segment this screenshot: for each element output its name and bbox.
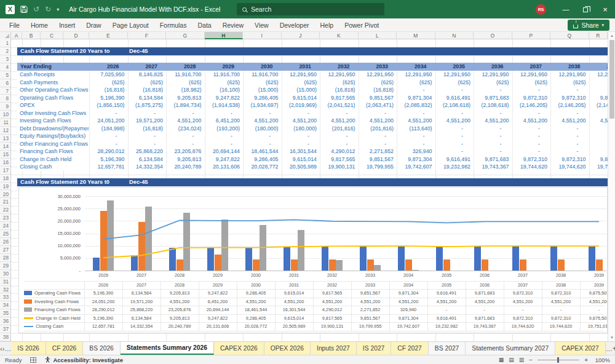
ribbon-tab-draw[interactable]: Draw — [81, 18, 107, 31]
cell[interactable]: (184,998) — [89, 125, 128, 133]
cell[interactable]: 9,871,683 — [474, 156, 512, 164]
row-label-other-investing-cash-flows[interactable]: Other Investing Cash Flows — [20, 109, 89, 117]
row-header-20[interactable]: 20 — [0, 191, 10, 199]
row-header-22[interactable]: 22 — [0, 206, 10, 214]
cell[interactable]: - — [166, 132, 205, 140]
cell[interactable]: 12,291,950 — [282, 71, 320, 79]
row-header-27[interactable]: 27 — [0, 246, 10, 254]
cell[interactable]: 11,916,700 — [205, 71, 244, 79]
cell[interactable]: - — [320, 109, 359, 117]
close-button[interactable]: × — [595, 0, 615, 18]
column-header-L[interactable]: L — [359, 32, 397, 39]
sheet-tab-bs-2027[interactable]: BS 2027 — [429, 342, 466, 355]
cell[interactable]: 25,868,220 — [128, 148, 167, 156]
cell[interactable]: - — [550, 132, 589, 140]
cell[interactable]: (625) — [397, 79, 435, 87]
cell[interactable]: 19,799,955 — [359, 163, 397, 171]
cell[interactable]: - — [474, 132, 512, 140]
cell[interactable]: - — [550, 140, 589, 148]
cell[interactable]: (1,856,150) — [89, 101, 128, 109]
row-header-13[interactable]: 13 — [0, 135, 10, 143]
cell[interactable]: 9,872,310 — [550, 156, 589, 164]
cell[interactable]: 9,817,565 — [320, 94, 359, 102]
zoom-in-icon[interactable]: + — [584, 357, 588, 363]
ribbon-tab-review[interactable]: Review — [217, 18, 249, 31]
cell[interactable]: 9,872,310 — [512, 94, 551, 102]
more-sheets-icon[interactable]: … — [606, 342, 613, 355]
cell[interactable]: (16,818) — [128, 125, 167, 133]
avatar[interactable]: RS — [536, 4, 546, 15]
cell[interactable]: - — [512, 148, 551, 156]
row-header-38[interactable]: 38 — [0, 333, 10, 341]
cell[interactable]: 18,461,544 — [243, 148, 282, 156]
column-header-F[interactable]: F — [128, 32, 167, 39]
cell[interactable]: (2,146,205) — [589, 101, 608, 109]
page-break-view-icon[interactable]: ▥ — [519, 357, 525, 363]
zoom-out-icon[interactable]: − — [529, 357, 533, 363]
row-header-25[interactable]: 25 — [0, 230, 10, 238]
sheet-tab-cf-2027[interactable]: CF 2027 — [391, 342, 429, 355]
ribbon-tab-formulas[interactable]: Formulas — [154, 18, 192, 31]
ribbon-tab-insert[interactable]: Insert — [54, 18, 81, 31]
row-header-36[interactable]: 36 — [0, 317, 10, 325]
cell[interactable]: (201,816) — [359, 125, 397, 133]
ribbon-tab-view[interactable]: View — [249, 18, 274, 31]
row-label-operating-cash-flows[interactable]: Operating Cash Flows — [20, 94, 89, 102]
cell[interactable]: - — [89, 140, 128, 148]
cell[interactable]: - — [474, 109, 512, 117]
cell[interactable]: - — [243, 140, 282, 148]
cell[interactable]: (1,914,538) — [205, 101, 244, 109]
accessibility-status[interactable]: Accessibility: Investigate — [45, 357, 123, 363]
column-header-R[interactable]: R — [589, 32, 608, 39]
cell[interactable]: (18,982) — [166, 86, 205, 94]
row-header-8[interactable]: 8 — [0, 95, 10, 103]
sheet-tab-cf-2026[interactable]: CF 2026 — [46, 342, 84, 355]
cell[interactable]: - — [205, 132, 244, 140]
save-icon[interactable] — [20, 6, 28, 13]
cell[interactable]: 19,751,010 — [589, 163, 608, 171]
cell[interactable]: 4,551,200 — [282, 117, 320, 125]
row-header-7[interactable]: 7 — [0, 87, 10, 95]
cell[interactable]: 12,291,950 — [589, 71, 608, 79]
cell[interactable]: 6,134,584 — [128, 94, 167, 102]
cell[interactable]: (625) — [320, 79, 359, 87]
row-header-30[interactable]: 30 — [0, 270, 10, 278]
cell[interactable]: - — [512, 109, 551, 117]
cell[interactable]: - — [397, 140, 435, 148]
cell[interactable]: 12,657,781 — [89, 163, 128, 171]
cell[interactable]: 5,196,390 — [89, 94, 128, 102]
column-header-J[interactable]: J — [282, 32, 320, 39]
row-header-4[interactable]: 4 — [0, 63, 10, 71]
excel-app-icon[interactable]: X — [6, 5, 15, 14]
cell[interactable]: (2,108,618) — [474, 101, 512, 109]
cell[interactable]: 12,291,950 — [550, 71, 589, 79]
sheet-tab-is-2026[interactable]: IS 2026 — [11, 342, 46, 355]
row-header-34[interactable]: 34 — [0, 301, 10, 309]
cell[interactable]: (2,041,521) — [320, 101, 359, 109]
cell[interactable]: 4,551,200 — [474, 117, 512, 125]
macro-record-icon[interactable] — [30, 357, 36, 363]
sheet-tab-capex-2026[interactable]: CAPEX 2026 — [214, 342, 264, 355]
row-header-17[interactable]: 17 — [0, 167, 10, 175]
cell[interactable]: - — [512, 125, 551, 133]
cell[interactable]: - — [282, 140, 320, 148]
column-header-K[interactable]: K — [320, 32, 359, 39]
cell[interactable]: (625) — [243, 79, 282, 87]
cell[interactable]: - — [397, 86, 435, 94]
cell[interactable]: - — [512, 132, 551, 140]
sheet-tab-inputs-2027[interactable]: Inputs 2027 — [311, 342, 357, 355]
cell[interactable]: - — [359, 132, 397, 140]
cell[interactable]: 19,232,982 — [435, 163, 474, 171]
cell[interactable]: - — [589, 125, 608, 133]
cell[interactable]: - — [435, 109, 474, 117]
row-header-5[interactable]: 5 — [0, 71, 10, 79]
vertical-scrollbar[interactable]: ▲ ▼ — [608, 32, 615, 341]
sheet-tab-is-2027[interactable]: IS 2027 — [357, 342, 392, 355]
cell[interactable]: (113,640) — [397, 125, 435, 133]
row-header-35[interactable]: 35 — [0, 309, 10, 317]
cell[interactable]: (16,818) — [320, 86, 359, 94]
cell[interactable]: 9,875,505 — [589, 94, 608, 102]
zoom-slider[interactable] — [538, 360, 579, 360]
column-header-B[interactable]: B — [22, 32, 41, 39]
new-sheet-button[interactable]: + — [613, 342, 615, 355]
